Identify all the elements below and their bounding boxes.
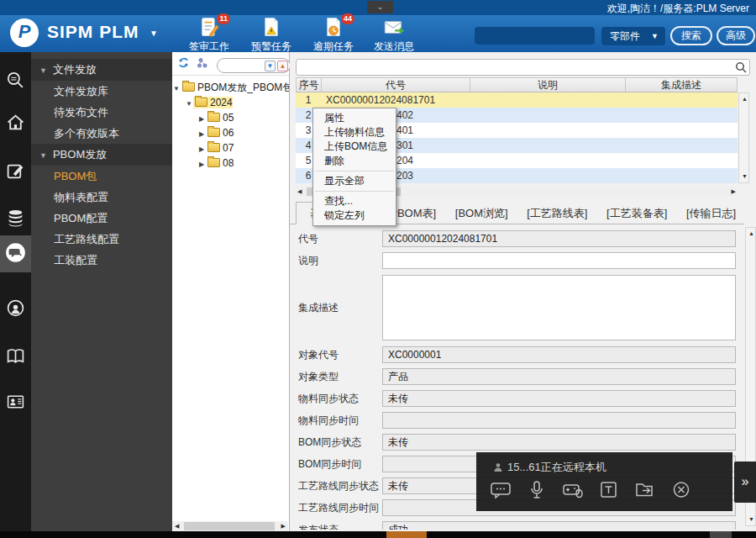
- toolbar-sign-review[interactable]: 11 签审工作: [183, 16, 235, 51]
- field-label: 物料同步状态: [298, 392, 382, 406]
- table-row[interactable]: 1 XC00000012024081701: [296, 92, 738, 108]
- toolbar-send-message[interactable]: 发送消息: [368, 16, 420, 51]
- table-filter-input[interactable]: [296, 59, 750, 76]
- app-logo[interactable]: P: [10, 18, 39, 47]
- tree-node-root[interactable]: ▼PBOM发放_PBOM包: [172, 80, 289, 95]
- scroll-down-icon[interactable]: ▼: [748, 514, 754, 525]
- integration-description-field[interactable]: [382, 275, 736, 340]
- column-header[interactable]: 集成描述: [626, 78, 737, 92]
- menu-item-upload-bom[interactable]: 上传BOM信息: [313, 140, 396, 154]
- scroll-left-icon[interactable]: ◀: [297, 187, 302, 197]
- tree-node-label: 06: [223, 127, 234, 139]
- microphone-icon[interactable]: [525, 480, 550, 500]
- description-field[interactable]: [382, 252, 736, 269]
- toolbar-warning-tasks[interactable]: 预警任务: [245, 16, 297, 51]
- tab-process-route-table[interactable]: [工艺路线表]: [527, 203, 587, 224]
- global-search-input[interactable]: [475, 27, 595, 45]
- scroll-right-icon[interactable]: ▶: [732, 187, 736, 197]
- scrollbar-thumb[interactable]: [184, 522, 275, 530]
- cell-desc: [470, 153, 625, 168]
- scroll-down-icon[interactable]: ▼: [742, 171, 748, 182]
- tree-node-2024[interactable]: ▼2024: [172, 95, 289, 110]
- refresh-icon[interactable]: [177, 57, 193, 71]
- scroll-up-icon[interactable]: ▲: [742, 94, 748, 104]
- remote-session-overlay: 15...61正在远程本机: [476, 452, 732, 511]
- column-header[interactable]: 序号: [297, 78, 322, 92]
- gamepad-icon[interactable]: [561, 480, 586, 500]
- material-sync-status-field[interactable]: [382, 390, 736, 407]
- sidebar-item-tooling-config[interactable]: 工装配置: [31, 250, 172, 271]
- sidebar-item-process-route-config[interactable]: 工艺路线配置: [31, 229, 172, 250]
- tab-transfer-log[interactable]: [传输日志]: [686, 203, 736, 224]
- bom-sync-status-field[interactable]: [382, 434, 736, 451]
- column-header[interactable]: 代号: [322, 78, 470, 92]
- remote-toolbar: [476, 480, 732, 500]
- publish-status-field[interactable]: [382, 521, 736, 530]
- menu-item-show-all[interactable]: 显示全部: [313, 174, 396, 188]
- scroll-up-icon[interactable]: ▲: [748, 229, 754, 239]
- object-type-field[interactable]: [382, 368, 736, 385]
- advanced-search-button[interactable]: 高级: [717, 26, 755, 45]
- tree-node-06[interactable]: ▶06: [172, 125, 289, 140]
- sidebar-group-file-release[interactable]: ▼文件发放: [31, 59, 172, 81]
- hierarchy-icon[interactable]: [197, 57, 212, 71]
- edit-icon[interactable]: [0, 155, 31, 188]
- tab-process-equipment-table[interactable]: [工艺装备表]: [606, 203, 667, 224]
- object-code-field[interactable]: [382, 346, 736, 363]
- sidebar-item-file-release-library[interactable]: 文件发放库: [31, 81, 172, 102]
- menu-separator: [315, 191, 394, 192]
- column-header[interactable]: 说明: [470, 78, 626, 92]
- tree-search-input[interactable]: [223, 60, 266, 71]
- remote-expand-tab[interactable]: »: [734, 462, 756, 503]
- home-icon[interactable]: [0, 106, 31, 140]
- sidebar-item-pbom-package[interactable]: PBOM包: [31, 166, 172, 187]
- find-next-icon[interactable]: ▼: [265, 61, 276, 71]
- chevron-down-icon[interactable]: ▼: [150, 29, 158, 38]
- collapse-arrow-icon[interactable]: ▶: [197, 157, 206, 171]
- nav-strip: [0, 52, 31, 531]
- app-header: P SIPM PLM ▼ 11 签审工作 预警任务: [0, 15, 756, 52]
- code-field[interactable]: [382, 230, 736, 247]
- folder-icon: [207, 128, 220, 137]
- text-icon[interactable]: [597, 480, 622, 500]
- sidebar-item-pending-files[interactable]: 待发布文件: [31, 102, 172, 123]
- tab-bom-browse[interactable]: [BOM浏览]: [455, 203, 508, 224]
- folder-icon: [207, 113, 220, 122]
- sipm-search-icon[interactable]: [0, 64, 31, 98]
- close-icon[interactable]: [669, 480, 695, 500]
- menu-item-properties[interactable]: 属性: [313, 111, 396, 125]
- find-prev-icon[interactable]: ▲: [277, 61, 288, 71]
- database-icon[interactable]: [0, 202, 31, 235]
- expand-arrow-icon[interactable]: ▼: [185, 97, 193, 112]
- tree-node-05[interactable]: ▶05: [172, 110, 289, 125]
- expand-arrow-icon[interactable]: ▼: [172, 82, 181, 97]
- sidebar-group-pbom-release[interactable]: ▼PBOM发放: [31, 144, 172, 166]
- chat-icon[interactable]: [0, 235, 31, 272]
- field-label: 对象代号: [298, 348, 382, 362]
- tree-horizontal-scrollbar[interactable]: ◀ ▶: [172, 521, 288, 531]
- book-icon[interactable]: [0, 340, 31, 373]
- scroll-left-icon[interactable]: ◀: [175, 521, 179, 531]
- welcome-text: 欢迎,陶洁！/服务器:PLM Server: [607, 2, 749, 16]
- remote-collapse-tab[interactable]: ⌄: [367, 1, 393, 13]
- sidebar-item-pbom-config[interactable]: PBOM配置: [31, 208, 172, 229]
- menu-item-lock-left-column[interactable]: 锁定左列: [313, 208, 396, 223]
- menu-item-find[interactable]: 查找...: [313, 194, 396, 208]
- support-icon[interactable]: [0, 293, 31, 326]
- search-category-dropdown[interactable]: 零部件 ▼: [601, 27, 665, 45]
- material-sync-time-field[interactable]: [382, 412, 736, 429]
- sidebar-item-multiple-versions[interactable]: 多个有效版本: [31, 123, 172, 144]
- double-chevron-right-icon: »: [742, 474, 749, 488]
- search-button[interactable]: 搜索: [670, 26, 712, 45]
- file-transfer-icon[interactable]: [633, 480, 659, 500]
- tree-node-07[interactable]: ▶07: [172, 140, 289, 156]
- menu-item-delete[interactable]: 删除: [313, 154, 396, 168]
- menu-item-upload-material[interactable]: 上传物料信息: [313, 125, 396, 140]
- sidebar-item-material-table-config[interactable]: 物料表配置: [31, 187, 172, 208]
- message-icon[interactable]: [489, 480, 514, 500]
- toolbar-overdue-tasks[interactable]: 44 逾期任务: [307, 16, 360, 51]
- table-vertical-scrollbar[interactable]: ▲ ▼: [738, 92, 749, 183]
- idcard-icon[interactable]: [0, 385, 31, 419]
- scroll-right-icon[interactable]: ▶: [281, 521, 286, 531]
- tree-node-08[interactable]: ▶08: [172, 156, 289, 171]
